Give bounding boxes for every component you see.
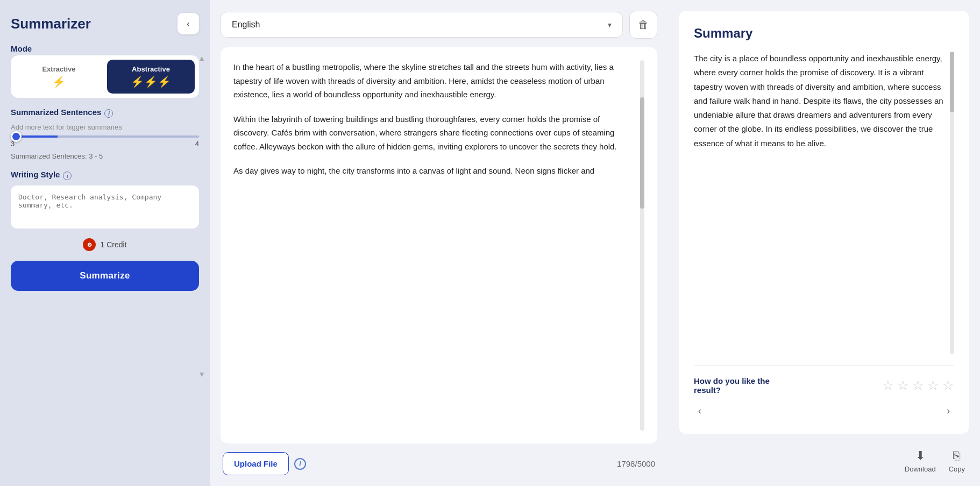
- slider-range-text: Summarized Sentences: 3 - 5: [11, 152, 199, 160]
- prev-arrow-button[interactable]: ‹: [694, 403, 706, 419]
- scroll-down-arrow: ▼: [198, 370, 205, 378]
- paragraph-2: Within the labyrinth of towering buildin…: [233, 112, 631, 154]
- credit-row: ⚙ 1 Credit: [11, 238, 199, 251]
- summarized-sentences-hint: Add more text for bigger summaries: [11, 123, 199, 131]
- slider-max-label: 4: [195, 140, 199, 148]
- star-5[interactable]: ☆: [942, 378, 954, 393]
- summary-scrollbar-thumb: [950, 52, 954, 112]
- star-1[interactable]: ☆: [882, 378, 894, 393]
- upload-info-icon[interactable]: i: [294, 458, 306, 470]
- writing-style-input[interactable]: [11, 185, 199, 228]
- extractive-icon: ⚡: [52, 75, 66, 88]
- bottom-toolbar: Upload File i 1798/5000: [221, 452, 657, 475]
- credit-icon-label: ⚙: [87, 242, 92, 248]
- left-panel: ▲ Summarizer ‹ Mode Extractive ⚡ Abstrac…: [0, 0, 210, 486]
- summarized-sentences-info-icon[interactable]: i: [104, 109, 113, 118]
- mode-abstractive-label: Abstractive: [132, 65, 170, 73]
- next-arrow-button[interactable]: ›: [942, 403, 954, 419]
- mode-selector: Extractive ⚡ Abstractive ⚡⚡⚡: [11, 55, 199, 98]
- copy-label: Copy: [949, 465, 965, 473]
- language-toolbar: English ▾ 🗑: [221, 11, 657, 39]
- trash-icon: 🗑: [638, 19, 649, 31]
- upload-file-label: Upload File: [234, 459, 278, 468]
- summary-text[interactable]: The city is a place of boundless opportu…: [694, 52, 946, 354]
- paragraph-1: In the heart of a bustling metropolis, w…: [233, 60, 631, 102]
- copy-icon: ⎘: [953, 449, 960, 463]
- slider-min-label: 3: [11, 140, 15, 148]
- summarized-sentences-label: Summarized Sentences: [11, 108, 101, 117]
- mode-section: Mode Extractive ⚡ Abstractive ⚡⚡⚡: [11, 44, 199, 98]
- mode-abstractive[interactable]: Abstractive ⚡⚡⚡: [107, 60, 195, 94]
- action-bar: ⬇ Download ⎘ Copy: [679, 442, 969, 475]
- writing-style-label: Writing Style: [11, 170, 60, 179]
- credit-text: 1 Credit: [100, 240, 126, 249]
- text-area-container: In the heart of a bustling metropolis, w…: [221, 47, 657, 444]
- writing-style-info-icon[interactable]: i: [63, 171, 72, 180]
- slider-container: 3 4: [11, 135, 199, 148]
- writing-style-section: Writing Style i: [11, 170, 199, 228]
- summary-paragraph: The city is a place of boundless opportu…: [694, 52, 946, 151]
- upload-file-button[interactable]: Upload File: [223, 452, 289, 475]
- summarized-sentences-section: Summarized Sentences i Add more text for…: [11, 108, 199, 160]
- scroll-up-indicator: ▲: [198, 54, 205, 62]
- download-icon: ⬇: [915, 449, 925, 463]
- left-header: Summarizer ‹: [11, 13, 199, 34]
- scroll-up-arrow: ▲: [198, 54, 205, 62]
- rating-question: How do you like the result?: [694, 376, 780, 395]
- summarize-button[interactable]: Summarize: [11, 261, 199, 291]
- star-4[interactable]: ☆: [927, 378, 939, 393]
- chevron-down-icon: ▾: [608, 20, 612, 29]
- rating-row: How do you like the result? ☆ ☆ ☆ ☆ ☆: [694, 376, 954, 395]
- mode-extractive[interactable]: Extractive ⚡: [15, 60, 103, 94]
- abstractive-icon: ⚡⚡⚡: [131, 75, 171, 88]
- star-2[interactable]: ☆: [897, 378, 909, 393]
- paragraph-3: As day gives way to night, the city tran…: [233, 164, 631, 178]
- mode-extractive-label: Extractive: [42, 65, 75, 73]
- summarized-sentences-header: Summarized Sentences i: [11, 108, 199, 119]
- copy-button[interactable]: ⎘ Copy: [949, 449, 965, 473]
- credit-icon: ⚙: [83, 238, 96, 251]
- collapse-button[interactable]: ‹: [177, 13, 199, 34]
- summary-title: Summary: [694, 26, 954, 41]
- download-label: Download: [905, 465, 936, 473]
- download-button[interactable]: ⬇ Download: [905, 449, 936, 473]
- summary-text-wrap: The city is a place of boundless opportu…: [694, 52, 954, 354]
- sentences-slider[interactable]: [11, 135, 199, 138]
- char-count: 1798/5000: [617, 459, 655, 468]
- text-scrollbar-thumb: [640, 97, 644, 209]
- scroll-down-indicator: ▼: [198, 370, 205, 378]
- language-selected: English: [232, 20, 260, 30]
- right-panel: Summary The city is a place of boundless…: [668, 0, 980, 486]
- star-3[interactable]: ☆: [912, 378, 924, 393]
- writing-style-header: Writing Style i: [11, 170, 199, 181]
- summary-card: Summary The city is a place of boundless…: [679, 11, 969, 434]
- clear-button[interactable]: 🗑: [629, 11, 657, 39]
- input-text-content[interactable]: In the heart of a bustling metropolis, w…: [233, 60, 636, 431]
- text-scrollbar[interactable]: [640, 60, 644, 431]
- nav-arrows: ‹ ›: [694, 403, 954, 419]
- language-dropdown[interactable]: English ▾: [221, 12, 623, 38]
- app-title: Summarizer: [11, 16, 91, 32]
- stars-container: ☆ ☆ ☆ ☆ ☆: [882, 378, 954, 393]
- mode-label: Mode: [11, 44, 199, 53]
- summary-scrollbar[interactable]: [950, 52, 954, 354]
- slider-labels: 3 4: [11, 140, 199, 148]
- middle-panel: English ▾ 🗑 In the heart of a bustling m…: [210, 0, 668, 486]
- rating-section: How do you like the result? ☆ ☆ ☆ ☆ ☆ ‹ …: [694, 365, 954, 419]
